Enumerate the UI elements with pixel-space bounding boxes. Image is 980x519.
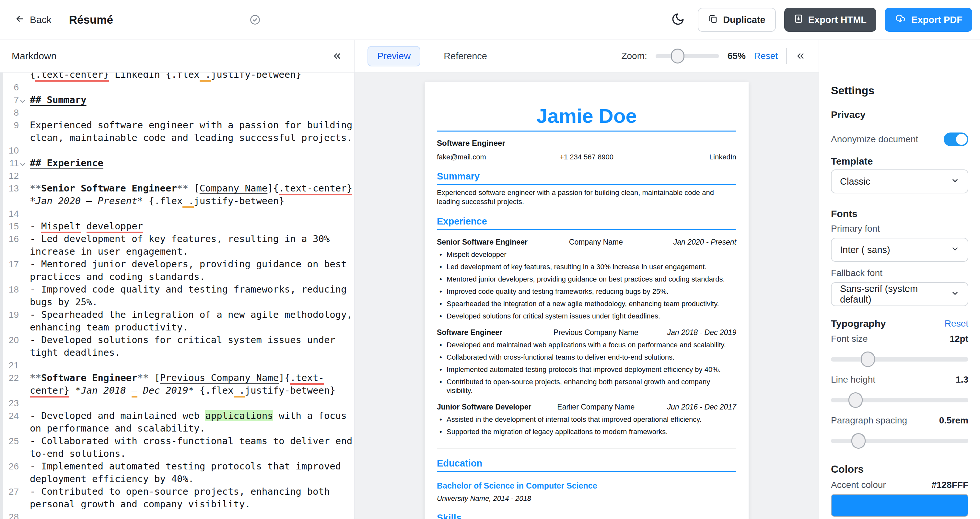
fallback-font-label: Fallback font: [831, 268, 968, 278]
primary-font-label: Primary font: [831, 224, 968, 234]
resume-school: University Name, 2014 - 2018: [437, 494, 736, 503]
markdown-editor[interactable]: {.text-center} LinkedIn {.flex .justify-…: [0, 73, 354, 519]
template-select[interactable]: Classic: [831, 170, 968, 194]
paragraph-spacing-label: Paragraph spacing: [831, 415, 907, 426]
anonymize-toggle[interactable]: [944, 132, 968, 146]
slider-thumb[interactable]: [861, 351, 875, 367]
editor-row: center} *Jan 2018 – Dec 2019* {.flex .ju…: [0, 384, 354, 397]
editor-row: 25- Collaborated with cross-functional t…: [0, 435, 354, 448]
editor-row: 19- Spearheaded the integration of a new…: [0, 308, 354, 321]
cloud-download-icon: [894, 14, 906, 26]
export-html-button[interactable]: Export HTML: [784, 8, 876, 32]
anonymize-label: Anonymize document: [831, 134, 918, 144]
editor-row: 28: [0, 511, 354, 519]
line-number: 26: [3, 460, 19, 473]
code-line: practices and coding standards.: [30, 271, 205, 282]
line-number: 12: [3, 170, 19, 182]
editor-row: 11## Experience: [0, 157, 354, 170]
preview-scroll-area[interactable]: Jamie Doe Software Engineer fake@mail.co…: [355, 73, 819, 519]
line-number: 25: [3, 435, 19, 448]
primary-font-select[interactable]: Inter ( sans): [831, 238, 968, 262]
line-height-label: Line height: [831, 375, 875, 385]
resume-experience-heading: Experience: [437, 216, 736, 230]
collapse-settings-icon[interactable]: [795, 51, 806, 61]
entry-bullet: Mispelt developper: [437, 250, 736, 259]
line-number: 18: [3, 283, 19, 296]
editor-row: 6: [0, 81, 354, 94]
entry-title: Software Engineer: [437, 328, 549, 337]
code-line: - Developed solutions for critical syste…: [30, 334, 336, 345]
chevron-down-icon: [951, 176, 959, 187]
line-number: 9: [3, 119, 19, 132]
zoom-reset-link[interactable]: Reset: [754, 51, 778, 61]
dark-mode-toggle[interactable]: [671, 12, 685, 27]
slider-thumb[interactable]: [848, 392, 863, 408]
slider-thumb[interactable]: [851, 433, 865, 449]
duplicate-icon: [708, 14, 718, 26]
tab-preview[interactable]: Preview: [368, 46, 420, 67]
accent-colour-swatch[interactable]: [831, 494, 968, 517]
entry-bullet: Spearheaded the integration of a new agi…: [437, 299, 736, 308]
editor-row: clean, maintainable code and leading suc…: [0, 132, 354, 144]
line-number: 28: [3, 511, 19, 519]
editor-row: 20- Developed solutions for critical sys…: [0, 334, 354, 346]
accent-colour-value: #128FFF: [931, 480, 968, 490]
fallback-font-value: Sans-serif (system default): [840, 284, 951, 305]
line-number: 7: [3, 94, 19, 106]
editor-row: 23: [0, 397, 354, 409]
line-number: 22: [3, 371, 19, 384]
code-line: Experienced software engineer with a pas…: [30, 119, 352, 130]
export-pdf-label: Export PDF: [911, 14, 963, 25]
code-line: **Software Engineer** [Previous Company …: [30, 372, 324, 385]
editor-row: 26- Implemented automated testing protoc…: [0, 460, 354, 473]
export-pdf-button[interactable]: Export PDF: [885, 8, 972, 32]
back-label: Back: [30, 14, 51, 25]
zoom-slider-thumb[interactable]: [671, 49, 684, 63]
editor-row: 16- Led development of key features, res…: [0, 233, 354, 245]
line-number: 11: [3, 157, 19, 170]
font-size-slider[interactable]: [831, 357, 968, 362]
fallback-font-select[interactable]: Sans-serif (system default): [831, 282, 968, 306]
editor-row: 10: [0, 144, 354, 157]
code-line: center} *Jan 2018 – Dec 2019* {.flex .ju…: [30, 385, 336, 397]
entry-bullet: Collaborated with cross-functional teams…: [437, 353, 736, 362]
document-title: Résumé: [69, 13, 113, 26]
chevron-down-icon: [951, 289, 959, 300]
moon-icon: [671, 12, 685, 27]
collapse-editor-icon[interactable]: [332, 51, 342, 61]
editor-row: 14: [0, 207, 354, 220]
saved-check-icon: [249, 14, 261, 25]
line-height-slider[interactable]: [831, 398, 968, 402]
paragraph-spacing-slider[interactable]: [831, 439, 968, 443]
line-number: 13: [3, 182, 19, 195]
editor-row: 21: [0, 359, 354, 371]
resume-degree: Bachelor of Science in Computer Science: [437, 481, 736, 490]
entry-bullet: Assisted in the development of internal …: [437, 415, 736, 424]
line-number: 8: [3, 106, 19, 119]
code-line: on performance and scalability.: [30, 423, 205, 434]
resume-contacts: fake@mail.com+1 234 567 8900LinkedIn: [437, 153, 736, 161]
editor-row: *Jan 2020 – Present* {.flex .justify-bet…: [0, 195, 354, 207]
code-line: - Developed and maintained web applicati…: [30, 410, 347, 421]
resume-skills-heading: Skills: [437, 513, 736, 519]
resume-summary-text: Experienced software engineer with a pas…: [437, 188, 736, 206]
code-line: enhancing team productivity.: [30, 322, 188, 333]
entry-dates: Jan 2018 - Dec 2019: [643, 328, 736, 337]
line-number: 20: [3, 334, 19, 346]
back-button[interactable]: Back: [14, 14, 51, 26]
zoom-slider[interactable]: [655, 54, 719, 58]
editor-row: 13**Senior Software Engineer** [Company …: [0, 182, 354, 195]
font-size-label: Font size: [831, 334, 868, 344]
experience-entry: Junior Software DeveloperEarlier Company…: [437, 403, 736, 436]
font-size-value: 12pt: [950, 334, 968, 344]
editor-row: deployment efficiency by 40%.: [0, 473, 354, 485]
duplicate-button[interactable]: Duplicate: [698, 8, 776, 32]
template-value: Classic: [840, 176, 870, 187]
primary-font-value: Inter ( sans): [840, 244, 890, 255]
typography-reset-link[interactable]: Reset: [945, 319, 968, 329]
line-number: 23: [3, 397, 19, 409]
tab-reference[interactable]: Reference: [434, 46, 497, 67]
code-line: - Mispelt developper: [30, 221, 143, 233]
colors-heading: Colors: [831, 463, 968, 475]
code-line: - Improved code quality and testing fram…: [30, 284, 347, 295]
